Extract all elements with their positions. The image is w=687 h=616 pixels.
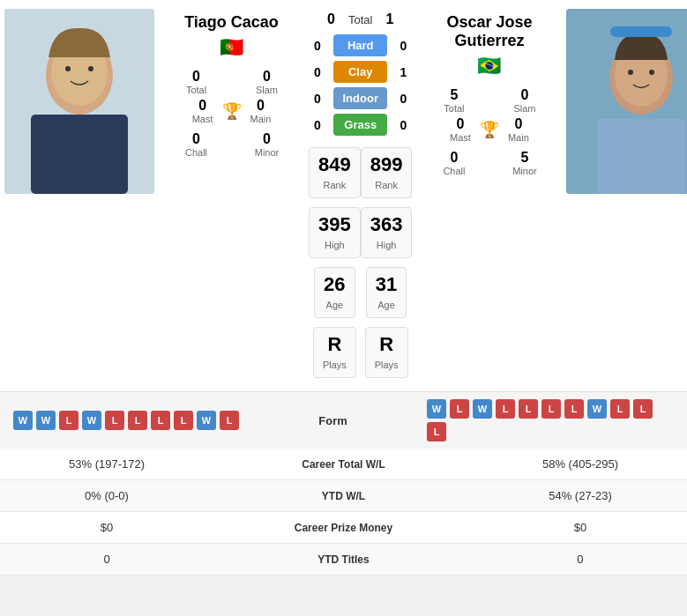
player-left-bottom-stats: 0 Chall 0 Minor (163, 131, 300, 158)
left-form-badges: WWLWLLLLWL (13, 411, 239, 430)
player-left-stats: 0 Total 0 Slam (163, 69, 300, 95)
form-badge-left: W (36, 411, 56, 430)
form-badge-right: L (541, 399, 561, 419)
grass-button[interactable]: Grass (333, 114, 387, 136)
court-buttons: 0 Hard 0 0 Clay 1 0 Indoor 0 0 Grass (309, 34, 412, 136)
left-age-box: 26 Age (314, 267, 355, 318)
form-badge-right: L (427, 422, 446, 442)
left-main-cell: 0 Main (250, 98, 272, 124)
form-badge-right: W (473, 399, 492, 419)
form-badge-left: W (82, 411, 101, 430)
svg-point-4 (65, 66, 71, 71)
stat-center-label: YTD W/L (213, 480, 474, 512)
right-trophy-icon: 🏆 (480, 120, 499, 139)
left-plays-box: R Plays (313, 327, 356, 378)
form-badge-right: W (427, 399, 446, 419)
right-form-badges: WLWLLLLWLLL (427, 399, 674, 442)
stats-table: 53% (197-172)Career Total W/L58% (405-29… (0, 449, 687, 575)
stat-left-value: 53% (197-172) (0, 449, 213, 480)
stat-left-value: $0 (0, 512, 213, 544)
player-right-info: Oscar Jose Gutierrez 🇧🇷 5 Total 0 Slam 0… (416, 9, 562, 378)
svg-point-11 (628, 70, 633, 75)
stats-row: $0Career Prize Money$0 (0, 512, 687, 544)
right-rank-box: 899 Rank (361, 147, 413, 198)
left-chall-cell: 0 Chall (163, 131, 229, 158)
left-total-cell: 0 Total (163, 69, 229, 95)
right-slam-cell: 0 Slam (491, 87, 557, 114)
form-label: Form (318, 414, 347, 427)
form-badge-left: L (59, 411, 78, 430)
player-right-stats: 5 Total 0 Slam (421, 87, 557, 114)
center-panel: 0 Total 1 0 Hard 0 0 Clay 1 0 I (309, 9, 412, 378)
hard-button[interactable]: Hard (333, 34, 387, 56)
right-plays-box: R Plays (365, 327, 408, 378)
svg-point-5 (88, 66, 93, 71)
right-trophy-row: 0 Mast 🏆 0 Main (450, 116, 529, 143)
form-badge-right: L (633, 399, 653, 419)
player-left-flag: 🇵🇹 (220, 36, 243, 59)
left-trophy-icon: 🏆 (222, 101, 242, 121)
stat-center-label: YTD Titles (213, 544, 474, 575)
form-badge-right: L (564, 399, 584, 419)
stat-right-value: 0 (474, 544, 687, 575)
stat-center-label: Career Total W/L (213, 449, 474, 480)
stat-right-value: 54% (27-23) (474, 480, 687, 512)
stat-right-value: 58% (405-295) (474, 449, 687, 480)
clay-button[interactable]: Clay (333, 61, 387, 83)
center-high: 395 High 363 High (309, 207, 412, 258)
stat-center-label: Career Prize Money (213, 512, 474, 544)
player-left-info: Tiago Cacao 🇵🇹 0 Total 0 Slam 0 Mast (159, 9, 304, 378)
center-age: 26 Age 31 Age (309, 267, 412, 318)
center-rank-high: 849 Rank 899 Rank (309, 147, 412, 198)
left-mast-cell: 0 Mast (192, 98, 213, 124)
total-row: 0 Total 1 (327, 9, 393, 30)
player-right-photo (566, 9, 687, 194)
player-left-name: Tiago Cacao (184, 13, 279, 32)
left-minor-cell: 0 Minor (234, 131, 300, 158)
left-rank-box: 849 Rank (309, 147, 361, 198)
stats-row: 0% (0-0)YTD W/L54% (27-23) (0, 480, 687, 512)
form-badge-left: W (13, 411, 33, 430)
players-section: Tiago Cacao 🇵🇹 0 Total 0 Slam 0 Mast (0, 0, 687, 387)
stats-row: 53% (197-172)Career Total W/L58% (405-29… (0, 449, 687, 480)
stat-left-value: 0 (0, 544, 213, 575)
left-high-box: 395 High (309, 207, 361, 258)
right-high-box: 363 High (361, 207, 413, 258)
form-badge-left: L (128, 411, 147, 430)
form-badge-left: L (220, 411, 239, 430)
form-badge-right: L (519, 399, 538, 419)
player-right-name: Oscar Jose Gutierrez (421, 13, 557, 50)
indoor-row: 0 Indoor 0 (309, 87, 412, 109)
svg-rect-2 (31, 115, 128, 194)
right-main-cell: 0 Main (508, 116, 529, 143)
center-plays: R Plays R Plays (309, 327, 412, 378)
form-badge-right: L (496, 399, 515, 419)
right-age-box: 31 Age (366, 267, 407, 318)
clay-row: 0 Clay 1 (309, 61, 412, 83)
right-total-cell: 5 Total (421, 87, 487, 114)
left-slam-cell: 0 Slam (234, 69, 300, 95)
form-badge-right: L (450, 399, 469, 419)
right-mast-cell: 0 Mast (450, 116, 471, 143)
form-badge-right: W (587, 399, 607, 419)
form-badge-left: L (151, 411, 170, 430)
indoor-button[interactable]: Indoor (333, 87, 387, 109)
main-container: Tiago Cacao 🇵🇹 0 Total 0 Slam 0 Mast (0, 0, 687, 575)
stat-left-value: 0% (0-0) (0, 480, 213, 512)
right-chall-cell: 0 Chall (421, 150, 487, 176)
form-section: WWLWLLLLWL Form WLWLLLLWLLL (0, 391, 687, 449)
stats-row: 0YTD Titles0 (0, 544, 687, 575)
player-right-flag: 🇧🇷 (477, 55, 501, 78)
form-badge-left: L (174, 411, 193, 430)
hard-row: 0 Hard 0 (309, 34, 412, 56)
form-badge-right: L (610, 399, 630, 419)
form-badge-left: W (197, 411, 216, 430)
grass-row: 0 Grass 0 (309, 114, 412, 136)
svg-rect-13 (610, 26, 672, 37)
svg-rect-9 (597, 119, 685, 194)
svg-point-12 (649, 70, 654, 75)
player-left-photo (4, 9, 154, 194)
form-badge-left: L (105, 411, 124, 430)
right-minor-cell: 5 Minor (491, 150, 557, 176)
left-trophy-row: 0 Mast 🏆 0 Main (192, 98, 272, 124)
